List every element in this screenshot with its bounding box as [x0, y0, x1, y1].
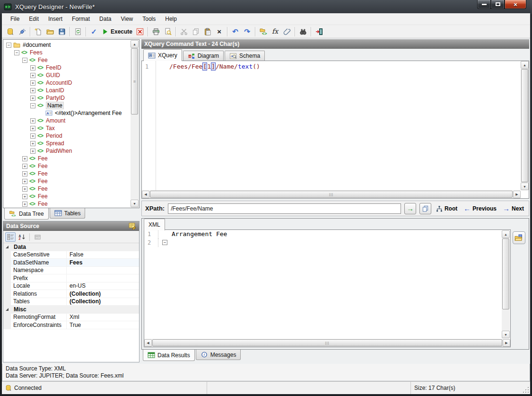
scroll-thumb[interactable]: [521, 69, 528, 182]
tree-expander-icon[interactable]: +: [30, 149, 35, 154]
scroll-down-icon[interactable]: ▼: [521, 183, 529, 190]
results-vertical-scrollbar[interactable]: ▲ ▼: [502, 230, 510, 338]
close-button[interactable]: ×: [505, 0, 526, 9]
tree-node-partyid[interactable]: +<>PartyID: [4, 94, 130, 102]
property-value[interactable]: (Collection): [67, 298, 139, 305]
scroll-thumb[interactable]: |||: [150, 191, 513, 198]
tab-diagram[interactable]: XSDDiagram: [183, 51, 224, 61]
open-result-button[interactable]: [513, 231, 525, 244]
execute-button[interactable]: Execute: [100, 26, 134, 37]
tree-node-fee[interactable]: +<>Fee: [4, 162, 130, 170]
xquery-editor[interactable]: 1 /Fees/Fee[1]/Name/text() ▲ ▼ ◀ ||| ▶: [141, 61, 529, 199]
collapse-icon[interactable]: −: [162, 240, 167, 245]
tree-node-fee[interactable]: +<>Fee: [4, 185, 130, 193]
tree-node-fee[interactable]: +<>Fee: [4, 177, 130, 185]
menu-item-help[interactable]: Help: [160, 14, 182, 24]
scroll-thumb[interactable]: ≡: [131, 48, 138, 114]
tree-node-feeid[interactable]: +<>FeeID: [4, 64, 130, 71]
tab-xquery[interactable]: AXQuery: [143, 49, 182, 61]
save-icon[interactable]: [56, 26, 68, 37]
tree-expander-icon[interactable]: −: [22, 58, 27, 63]
tree-expander-icon[interactable]: +: [30, 96, 35, 101]
tree-node-paidwhen[interactable]: +<>PaidWhen: [4, 147, 130, 155]
resize-grip[interactable]: [523, 382, 530, 394]
tab-tables[interactable]: Tables: [50, 208, 86, 219]
paste-icon[interactable]: [201, 26, 213, 37]
tree-expander-icon[interactable]: −: [30, 103, 35, 108]
tab-xml[interactable]: XML: [144, 219, 165, 230]
property-row-namespace[interactable]: Namespace: [3, 267, 139, 275]
categorized-button[interactable]: [5, 232, 16, 242]
print-icon[interactable]: [150, 26, 162, 37]
xpath-input[interactable]: [168, 203, 401, 214]
editor-horizontal-scrollbar[interactable]: ◀ ||| ▶: [142, 190, 521, 198]
scroll-left-icon[interactable]: ◀: [142, 191, 149, 198]
property-category-data[interactable]: Data: [3, 243, 139, 251]
tab-data-results[interactable]: Data Results: [143, 350, 195, 361]
tab-schema[interactable]: aSchema: [225, 51, 265, 61]
scroll-right-icon[interactable]: ▶: [513, 191, 521, 198]
tree-node-document[interactable]: −#document: [4, 41, 130, 49]
redo-icon[interactable]: ↷: [241, 26, 253, 37]
property-row-locale[interactable]: Localeen-US: [3, 282, 139, 290]
xml-mapping-icon[interactable]: <>: [257, 26, 269, 37]
menu-item-file[interactable]: File: [6, 14, 24, 24]
property-value[interactable]: False: [67, 251, 139, 258]
connect-icon[interactable]: [16, 26, 28, 37]
tree-node-amount[interactable]: +<>Amount: [4, 117, 130, 124]
tree-node-fee[interactable]: +<>Fee: [4, 193, 130, 200]
property-value[interactable]: Fees: [67, 259, 139, 266]
property-row-remotingformat[interactable]: RemotingFormatXml: [3, 314, 139, 322]
tree-expander-icon[interactable]: +: [22, 156, 27, 161]
tree-node-fee[interactable]: +<>Fee: [4, 155, 130, 162]
root-button[interactable]: Root: [435, 205, 459, 212]
property-value[interactable]: Xml: [67, 314, 139, 320]
tab-data-tree[interactable]: <>Data Tree: [4, 208, 49, 220]
scroll-left-icon[interactable]: ◀: [144, 339, 152, 347]
validate-icon[interactable]: ✓: [88, 26, 100, 37]
tree-expander-icon[interactable]: +: [30, 118, 35, 123]
tree-node-accountid[interactable]: +<>AccountID: [4, 79, 130, 87]
tree-expander-icon[interactable]: +: [22, 164, 27, 169]
property-category-misc[interactable]: Misc: [3, 306, 139, 314]
property-row-prefix[interactable]: Prefix: [3, 274, 139, 282]
tree-node-fee[interactable]: −<>Fee: [4, 56, 130, 64]
scroll-down-icon[interactable]: ▼: [502, 331, 510, 338]
tree-expander-icon[interactable]: +: [30, 88, 35, 93]
scroll-thumb[interactable]: [502, 238, 509, 309]
tree-node-period[interactable]: +<>Period: [4, 132, 130, 140]
tree-expander-icon[interactable]: +: [22, 202, 27, 207]
tree-expander-icon[interactable]: +: [30, 80, 35, 86]
tab-messages[interactable]: iMessages: [196, 350, 241, 360]
exit-icon[interactable]: [313, 26, 325, 37]
property-row-casesensitive[interactable]: CaseSensitiveFalse: [3, 251, 139, 259]
delete-icon[interactable]: ×: [213, 26, 225, 37]
results-horizontal-scrollbar[interactable]: ◀ ||| ▶: [144, 339, 510, 347]
tree-node-spread[interactable]: +<>Spread: [4, 140, 130, 147]
properties-icon[interactable]: [128, 222, 136, 229]
scroll-down-icon[interactable]: ▼: [131, 200, 139, 207]
scroll-right-icon[interactable]: ▶: [503, 339, 510, 347]
tree-node-fees[interactable]: −<>Fees: [4, 49, 130, 56]
menu-item-edit[interactable]: Edit: [24, 14, 44, 24]
tree-expander-icon[interactable]: +: [30, 73, 35, 78]
property-value[interactable]: en-US: [67, 282, 139, 289]
minimize-button[interactable]: [477, 0, 491, 9]
scroll-up-icon[interactable]: ▲: [131, 40, 139, 48]
category-collapse-icon[interactable]: [3, 306, 11, 313]
xquery-code-line[interactable]: /Fees/Fee[1]/Name/text(): [156, 61, 521, 190]
maximize-button[interactable]: [491, 0, 505, 9]
tree-expander-icon[interactable]: +: [22, 194, 27, 199]
menu-item-format[interactable]: Format: [67, 14, 95, 24]
tree-node-fee[interactable]: +<>Fee: [4, 170, 130, 177]
tree-node-guid[interactable]: +<>GUID: [4, 71, 130, 79]
find-icon[interactable]: [297, 26, 309, 37]
open-file-icon[interactable]: [44, 26, 56, 37]
tree-expander-icon[interactable]: −: [14, 50, 19, 55]
scroll-up-icon[interactable]: ▲: [502, 230, 510, 238]
refresh-icon[interactable]: [72, 26, 84, 37]
menu-item-data[interactable]: Data: [95, 14, 116, 24]
menu-item-view[interactable]: View: [116, 14, 138, 24]
tree-expander-icon[interactable]: +: [22, 179, 27, 184]
tree-node-fee[interactable]: +<>Fee: [4, 200, 130, 207]
